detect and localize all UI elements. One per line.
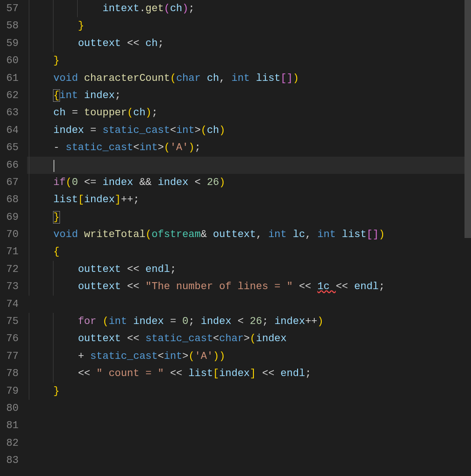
code-line[interactable]: } xyxy=(27,17,471,34)
token-num: 26 xyxy=(207,177,219,188)
token-op: , xyxy=(305,229,317,240)
token-fn: writeTotal xyxy=(84,229,146,240)
token-type: ofstream xyxy=(152,229,201,240)
code-line[interactable]: + static_cast<int>('A')) xyxy=(27,348,471,365)
indent-guide xyxy=(29,139,29,156)
token-var: index xyxy=(201,316,238,327)
token-br1: [ xyxy=(78,194,84,205)
indent-guide xyxy=(29,122,29,139)
token-op: & xyxy=(201,229,213,240)
code-line[interactable] xyxy=(27,452,471,469)
code-line[interactable]: ch = toupper(ch); xyxy=(27,104,471,121)
code-line[interactable] xyxy=(27,296,471,313)
code-line[interactable]: << " count = " << list[index] << endl; xyxy=(27,365,471,382)
code-line[interactable]: } xyxy=(27,209,471,226)
line-number: 78 xyxy=(0,365,19,382)
code-line[interactable] xyxy=(27,400,471,417)
token-str: 'A' xyxy=(194,350,213,362)
code-line[interactable]: outtext << endl; xyxy=(27,261,471,278)
code-line[interactable]: } xyxy=(27,383,471,400)
line-number: 68 xyxy=(0,191,19,208)
token-var: list xyxy=(256,73,281,84)
token-op: << xyxy=(299,281,318,292)
line-number: 82 xyxy=(0,435,19,452)
line-number: 60 xyxy=(0,52,19,69)
code-line[interactable]: outtext << ch; xyxy=(27,35,471,52)
token-op: < xyxy=(170,125,176,136)
token-var: list xyxy=(188,368,213,379)
line-number: 70 xyxy=(0,226,19,243)
token-br1: ( xyxy=(201,125,207,136)
token-op: = xyxy=(72,107,84,119)
token-kw: static_cast xyxy=(146,333,213,344)
token-var: endl xyxy=(354,281,379,292)
line-number-gutter: 5758596061626364656667686970717273747576… xyxy=(0,0,27,476)
line-number: 71 xyxy=(0,243,19,260)
code-line[interactable]: list[index]++; xyxy=(27,191,471,208)
token-kw: static_cast xyxy=(102,125,170,136)
token-var: ch xyxy=(133,107,145,119)
indent-guide xyxy=(53,330,53,347)
token-op: ; xyxy=(379,281,385,292)
code-area[interactable]: intext.get(ch); } outtext << ch; } void … xyxy=(27,0,471,476)
token-var: index xyxy=(256,333,287,344)
code-line[interactable]: - static_cast<int>('A'); xyxy=(27,139,471,156)
code-line[interactable] xyxy=(27,157,471,174)
token-op: < xyxy=(158,350,164,362)
token-op: > xyxy=(194,125,200,136)
line-number: 73 xyxy=(0,278,19,295)
token-br1: [ xyxy=(213,368,219,379)
token-br1-match: } xyxy=(53,211,60,224)
code-line[interactable]: void characterCount(char ch, int list[]) xyxy=(27,70,471,87)
text-cursor xyxy=(53,160,54,172)
code-line[interactable]: outtext << "The number of lines = " << 1… xyxy=(27,278,471,295)
indent-guide xyxy=(29,209,29,226)
indent-guide xyxy=(29,52,29,69)
code-line[interactable]: {int index; xyxy=(27,87,471,104)
line-number: 62 xyxy=(0,87,19,104)
code-line[interactable]: intext.get(ch); xyxy=(27,0,471,17)
code-line[interactable]: if(0 <= index && index < 26) xyxy=(27,174,471,191)
indent-guide xyxy=(29,87,29,104)
token-op: ; xyxy=(115,90,121,101)
token-var: intext xyxy=(102,3,139,14)
line-number: 59 xyxy=(0,35,19,52)
token-br1: ( xyxy=(66,177,72,188)
token-kw: char xyxy=(176,73,207,84)
token-op: ; xyxy=(188,316,200,327)
indent-guide xyxy=(53,365,53,382)
code-editor[interactable]: 5758596061626364656667686970717273747576… xyxy=(0,0,471,476)
code-line[interactable] xyxy=(27,417,471,434)
token-fn: characterCount xyxy=(84,73,170,84)
indent-guide xyxy=(29,243,29,260)
code-line[interactable]: { xyxy=(27,243,471,260)
code-line[interactable] xyxy=(27,435,471,452)
token-br1: } xyxy=(53,55,60,66)
token-op: , xyxy=(256,229,268,240)
indent-guide xyxy=(77,0,78,17)
token-op: ; xyxy=(194,142,200,153)
code-line[interactable]: for (int index = 0; index < 26; index++) xyxy=(27,313,471,330)
token-op: < xyxy=(213,333,219,344)
indent-guide xyxy=(29,365,29,382)
code-line[interactable]: } xyxy=(27,52,471,69)
token-kw: int xyxy=(232,73,256,84)
code-line[interactable]: outtext << static_cast<char>(index xyxy=(27,330,471,347)
token-var: outtext xyxy=(78,38,127,49)
code-line[interactable]: void writeTotal(ofstream& outtext, int l… xyxy=(27,226,471,243)
vertical-scrollbar[interactable] xyxy=(464,0,471,476)
token-var: ch xyxy=(146,38,158,49)
token-kw: int xyxy=(109,316,133,327)
indent-guide xyxy=(53,35,53,52)
scrollbar-thumb[interactable] xyxy=(464,0,471,238)
indent-guide xyxy=(29,35,29,52)
token-br1: ( xyxy=(188,350,194,362)
indent-guide xyxy=(29,0,29,17)
token-br2: ) xyxy=(182,3,188,14)
token-br1: ( xyxy=(250,333,256,344)
token-op: << xyxy=(336,281,354,292)
token-kw: int xyxy=(164,350,182,362)
token-var: endl xyxy=(146,264,170,275)
indent-guide xyxy=(29,261,29,278)
code-line[interactable]: index = static_cast<int>(ch) xyxy=(27,122,471,139)
